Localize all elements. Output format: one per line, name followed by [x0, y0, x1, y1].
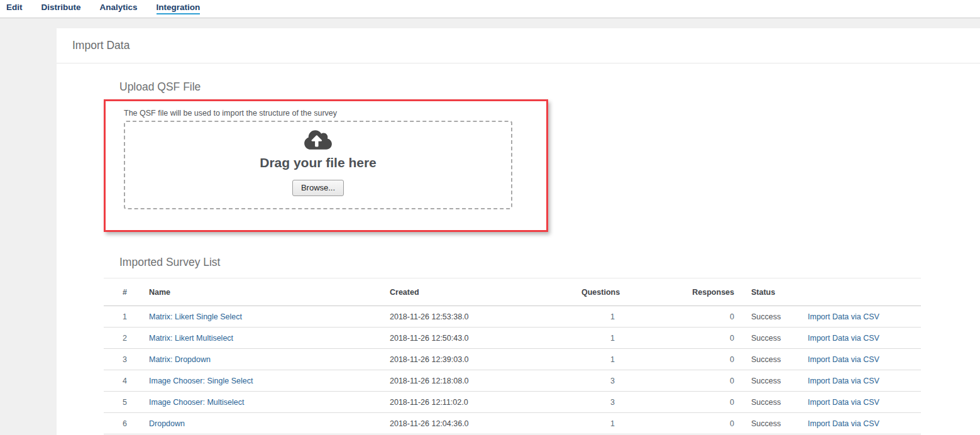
row-number: 2	[104, 328, 149, 349]
row-status: Success	[741, 392, 808, 413]
row-status: Success	[741, 306, 808, 328]
column-header-status: Status	[741, 278, 808, 306]
nav-item-analytics[interactable]: Analytics	[100, 3, 138, 15]
import-csv-link[interactable]: Import Data via CSV	[808, 398, 879, 407]
row-questions: 1	[581, 328, 621, 349]
column-header-action	[808, 278, 921, 306]
row-responses: 0	[621, 306, 741, 328]
row-responses: 0	[621, 392, 741, 413]
dropzone-label: Drag your file here	[260, 155, 377, 170]
row-responses: 0	[621, 413, 741, 434]
upload-section-title: Upload QSF File	[119, 80, 980, 94]
survey-name-link[interactable]: Matrix: Likert Single Select	[149, 312, 242, 321]
row-questions: 1	[581, 413, 621, 434]
row-responses: 0	[621, 349, 741, 370]
browse-button[interactable]: Browse...	[292, 180, 344, 196]
row-status: Success	[741, 413, 808, 434]
row-questions: 3	[581, 370, 621, 392]
nav-item-integration[interactable]: Integration	[157, 3, 201, 15]
row-number: 6	[104, 413, 149, 434]
table-row: 5 Image Chooser: Multiselect 2018-11-26 …	[104, 392, 921, 413]
file-dropzone[interactable]: Drag your file here Browse...	[124, 121, 512, 209]
row-status: Success	[741, 328, 808, 349]
row-created: 2018-11-26 12:04:36.0	[390, 413, 581, 434]
row-number: 4	[104, 370, 149, 392]
survey-name-link[interactable]: Matrix: Dropdown	[149, 355, 211, 364]
import-csv-link[interactable]: Import Data via CSV	[808, 377, 879, 385]
table-row: 3 Matrix: Dropdown 2018-11-26 12:39:03.0…	[104, 349, 921, 370]
row-created: 2018-11-26 12:53:38.0	[390, 306, 581, 328]
row-number: 1	[104, 306, 149, 328]
table-row: 6 Dropdown 2018-11-26 12:04:36.0 1 0 Suc…	[104, 413, 921, 434]
survey-name-link[interactable]: Matrix: Likert Multiselect	[149, 334, 233, 343]
row-responses: 0	[621, 328, 741, 349]
row-created: 2018-11-26 12:11:02.0	[390, 392, 581, 413]
row-number: 5	[104, 392, 149, 413]
table-row: 2 Matrix: Likert Multiselect 2018-11-26 …	[104, 328, 921, 349]
nav-item-distribute[interactable]: Distribute	[41, 3, 81, 15]
row-number: 3	[104, 349, 149, 370]
row-questions: 3	[581, 392, 621, 413]
column-header-questions: Questions	[581, 278, 621, 306]
table-row: 1 Matrix: Likert Single Select 2018-11-2…	[104, 306, 921, 328]
nav-item-edit[interactable]: Edit	[6, 3, 23, 15]
upload-description: The QSF file will be used to import the …	[124, 109, 546, 118]
row-responses: 0	[621, 370, 741, 392]
title-divider	[57, 63, 980, 63]
row-created: 2018-11-26 12:18:08.0	[390, 370, 581, 392]
column-header-num: #	[104, 278, 149, 306]
content-card: Import Data Upload QSF File The QSF file…	[57, 28, 980, 435]
survey-name-link[interactable]: Image Chooser: Multiselect	[149, 398, 244, 407]
cloud-upload-icon	[304, 129, 333, 153]
top-navigation: Edit Distribute Analytics Integration	[0, 0, 980, 18]
survey-list-section-title: Imported Survey List	[119, 256, 980, 269]
row-created: 2018-11-26 12:50:43.0	[390, 328, 581, 349]
upload-annotation-highlight: The QSF file will be used to import the …	[104, 99, 548, 232]
row-created: 2018-11-26 12:39:03.0	[390, 349, 581, 370]
import-csv-link[interactable]: Import Data via CSV	[808, 355, 879, 364]
survey-name-link[interactable]: Dropdown	[149, 419, 185, 428]
column-header-responses: Responses	[621, 278, 741, 306]
imported-survey-table: # Name Created Questions Responses Statu…	[104, 278, 921, 434]
survey-name-link[interactable]: Image Chooser: Single Select	[149, 377, 253, 385]
row-status: Success	[741, 349, 808, 370]
import-csv-link[interactable]: Import Data via CSV	[808, 334, 879, 343]
page-title: Import Data	[57, 28, 980, 63]
table-row: 4 Image Chooser: Single Select 2018-11-2…	[104, 370, 921, 392]
table-body: 1 Matrix: Likert Single Select 2018-11-2…	[104, 306, 921, 434]
table-header-row: # Name Created Questions Responses Statu…	[104, 278, 921, 306]
import-csv-link[interactable]: Import Data via CSV	[808, 312, 879, 321]
row-questions: 1	[581, 349, 621, 370]
column-header-created: Created	[390, 278, 581, 306]
import-csv-link[interactable]: Import Data via CSV	[808, 419, 879, 428]
column-header-name: Name	[149, 278, 390, 306]
row-status: Success	[741, 370, 808, 392]
row-questions: 1	[581, 306, 621, 328]
